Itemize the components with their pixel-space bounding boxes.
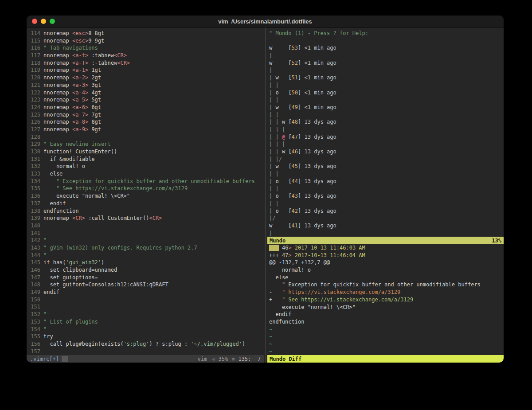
text-line: | o [42] 13 dys ago: [267, 207, 504, 215]
code-line: 143" gVim (win32) only configs. Requires…: [27, 244, 264, 252]
text-line: --- 46> 2017-10-13 11:46:03 AM: [267, 244, 504, 252]
code-line: 140: [27, 222, 264, 230]
text-line: | w [45] 13 dys ago: [267, 163, 504, 170]
statusline-filetype: vim: [198, 356, 207, 362]
statusline-right-group: vim ◀ 35% ≡ 135: 7: [198, 356, 261, 362]
statusline-position: 135: 7: [238, 356, 261, 362]
code-line: 118nnoremap <a-T> :-tabnew<CR>: [27, 59, 264, 67]
code-line: 146 set clipboard=unnamed: [27, 266, 264, 274]
text-line: | | |: [267, 141, 504, 148]
line-number: 119: [27, 66, 40, 74]
text-line: w [41] 13 dys ago: [267, 222, 504, 230]
code-line: 135 " See https://vi.stackexchange.com/a…: [27, 185, 264, 192]
code-line: 137 endif: [27, 200, 264, 207]
text-line: | w [51] <1 min ago: [267, 74, 504, 82]
code-line: 130function! CustomEnter(): [27, 148, 264, 156]
line-number: 136: [27, 192, 40, 200]
text-line: | | w [48] 13 dys ago: [267, 118, 504, 126]
text-line: | |: [267, 96, 504, 104]
mundo-statusline: Mundo 13%: [267, 237, 504, 244]
line-number: 139: [27, 215, 40, 222]
zoom-button[interactable]: [50, 19, 55, 24]
statusline-percent: 35%: [219, 356, 228, 362]
code-line: 149endif: [27, 289, 264, 296]
text-line: | |: [267, 111, 504, 119]
traffic-lights: [27, 19, 55, 24]
code-line: 138endfunction: [27, 207, 264, 215]
line-number: 117: [27, 52, 40, 59]
code-line: 133 else: [27, 170, 264, 178]
mundo-tree-buffer[interactable]: " Mundo (1) - Press ? for Help:w [53] <1…: [267, 27, 504, 237]
code-line: 144": [27, 252, 264, 259]
statusline-filename: .vimrc[+]: [30, 356, 59, 362]
text-line: | o [43] 13 dys ago: [267, 192, 504, 200]
line-number: 151: [27, 303, 40, 311]
text-line: + " See https://vi.stackexchange.com/a/3…: [267, 296, 504, 304]
text-line: ~: [267, 326, 504, 333]
line-number: 156: [27, 340, 40, 348]
text-line: | w [49] <1 min ago: [267, 104, 504, 111]
code-line: 121nnoremap <a-3> 3gt: [27, 82, 264, 89]
close-button[interactable]: [32, 19, 37, 24]
line-number: 115: [27, 37, 40, 45]
text-line: @@ -132,7 +132,7 @@: [267, 259, 504, 266]
code-line: 119nnoremap <a-1> 1gt: [27, 66, 264, 74]
code-line: 117nnoremap <a-t> :tabnew<CR>: [27, 52, 264, 59]
mundo-diff-buffer[interactable]: --- 46> 2017-10-13 11:46:03 AM+++ 47> 20…: [267, 244, 504, 355]
line-number: 126: [27, 118, 40, 126]
mundo-statusline-label: Mundo: [270, 238, 286, 244]
line-number: 145: [27, 259, 40, 266]
line-number: 142: [27, 237, 40, 244]
powerline-separator-icon: ◀: [211, 356, 215, 362]
code-line: 134 " Exception for quickfix buffer and …: [27, 178, 264, 185]
text-line: +++ 47> 2017-10-13 11:46:04 AM: [267, 252, 504, 259]
line-number: 127: [27, 126, 40, 133]
line-number: 144: [27, 252, 40, 259]
vimrc-buffer[interactable]: 114nnoremap <esc>8 8gt115nnoremap <esc>9…: [27, 27, 264, 355]
text-line: endfunction: [267, 318, 504, 326]
code-line: 150: [27, 296, 264, 304]
code-line: 139nnoremap <CR> :call CustomEnter()<CR>: [27, 215, 264, 222]
line-number: 146: [27, 266, 40, 274]
text-line: " Mundo (1) - Press ? for Help:: [267, 30, 504, 37]
minimize-button[interactable]: [41, 19, 46, 24]
line-number: 132: [27, 163, 40, 170]
text-line: w [52] <1 min ago: [267, 59, 504, 67]
text-line: | | |: [267, 126, 504, 133]
code-line: 124nnoremap <a-6> 6gt: [27, 104, 264, 111]
line-number: 147: [27, 274, 40, 281]
code-line: 151: [27, 303, 264, 311]
code-line: 142": [27, 237, 264, 244]
line-number: 155: [27, 333, 40, 340]
text-line: | |: [267, 200, 504, 207]
mundo-statusline-percent: 13%: [492, 238, 501, 244]
code-line: 129" Easy newline insert: [27, 141, 264, 148]
line-number: 116: [27, 44, 40, 52]
line-number: 148: [27, 281, 40, 289]
lines-icon: ≡: [231, 356, 235, 362]
window-title: vim /Users/simnalamburt/.dotfiles: [27, 18, 504, 25]
code-line: 128: [27, 133, 264, 141]
text-line: ~: [267, 340, 504, 348]
code-line: 126nnoremap <a-8> 8gt: [27, 118, 264, 126]
window-split-separator[interactable]: [264, 27, 267, 363]
line-number: 121: [27, 82, 40, 89]
text-line: | o [50] <1 min ago: [267, 89, 504, 97]
code-line: 125nnoremap <a-7> 7gt: [27, 111, 264, 119]
vim-content: 114nnoremap <esc>8 8gt115nnoremap <esc>9…: [27, 27, 504, 363]
line-number: 138: [27, 207, 40, 215]
code-line: 152": [27, 311, 264, 318]
vimrc-pane: 114nnoremap <esc>8 8gt115nnoremap <esc>9…: [27, 27, 264, 363]
vimrc-statusline: .vimrc[+] vim ◀ 35% ≡ 135: 7: [27, 355, 264, 363]
line-number: 135: [27, 185, 40, 192]
line-number: 123: [27, 96, 40, 104]
text-line: execute "normal! \<CR>": [267, 304, 504, 311]
line-number: 137: [27, 200, 40, 207]
text-line: " Exception for quickfix buffer and othe…: [267, 281, 504, 289]
titlebar[interactable]: vim /Users/simnalamburt/.dotfiles: [27, 16, 504, 27]
text-line: |/: [267, 215, 504, 222]
code-line: 157: [27, 348, 264, 355]
text-line: | o [44] 13 dys ago: [267, 178, 504, 185]
code-line: 114nnoremap <esc>8 8gt: [27, 30, 264, 37]
text-line: endif: [267, 311, 504, 318]
